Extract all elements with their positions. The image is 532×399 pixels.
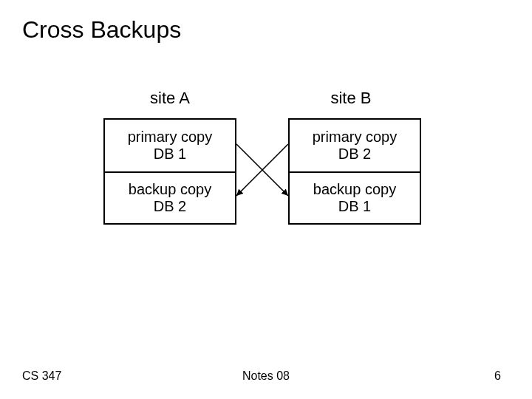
site-b-backup-cell: backup copy DB 1	[290, 171, 420, 223]
slide-title: Cross Backups	[22, 16, 181, 44]
site-b-primary-cell: primary copy DB 2	[290, 120, 420, 171]
footer-notes: Notes 08	[0, 369, 532, 383]
site-a-label: site A	[111, 89, 229, 108]
site-b-column: primary copy DB 2 backup copy DB 1	[288, 118, 421, 225]
slide: Cross Backups site A site B primary copy…	[0, 0, 532, 399]
site-a-primary-cell: primary copy DB 1	[105, 120, 235, 171]
footer-page-number: 6	[494, 369, 501, 383]
site-b-label: site B	[292, 89, 410, 108]
cross-arrows	[236, 118, 288, 222]
site-a-column: primary copy DB 1 backup copy DB 2	[103, 118, 236, 225]
site-a-backup-cell: backup copy DB 2	[105, 171, 235, 223]
